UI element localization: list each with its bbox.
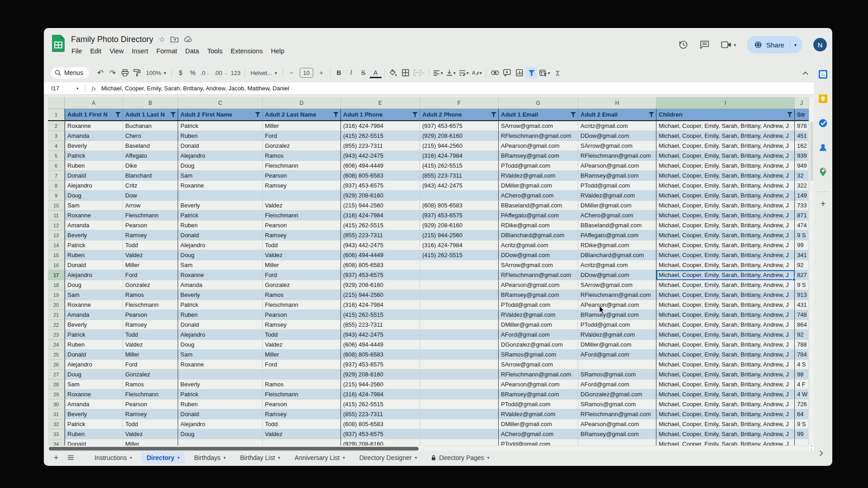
select-all-corner[interactable]	[48, 97, 65, 109]
cell-I11[interactable]: Michael, Cooper, Emily, Sarah, Brittany,…	[656, 211, 795, 221]
cell-H33[interactable]: BRamsey@gmail.com	[578, 429, 656, 439]
cell-H31[interactable]: RFleischmann@gmail.com	[578, 409, 656, 419]
cell-D32[interactable]: Todd	[263, 419, 341, 429]
cell-G7[interactable]: RValdez@gmail.com	[499, 171, 578, 181]
cell-H19[interactable]: RFleischmann@gmail.com	[578, 290, 656, 300]
functions-button[interactable]: Σ	[552, 67, 564, 79]
header-cell-A1[interactable]: Adult 1 First N	[65, 109, 123, 121]
scrollbar-buttons[interactable]: ▲▼	[809, 439, 814, 451]
cell-B12[interactable]: Pearson	[123, 221, 178, 230]
share-dropdown-icon[interactable]: ▾	[794, 42, 797, 47]
google-calendar-icon[interactable]: 31	[818, 70, 828, 79]
cell-C8[interactable]: Roxanne	[178, 181, 263, 191]
cell-G18[interactable]: APearson@gmail.com	[499, 280, 578, 290]
cell-G13[interactable]: DBlanchard@gmail.com	[499, 230, 578, 240]
row-header-7[interactable]: 7	[48, 171, 65, 181]
format-currency-button[interactable]: $	[175, 67, 186, 79]
cell-I9[interactable]: Michael, Cooper, Emily, Sarah, Brittany,…	[656, 191, 795, 201]
cell-G12[interactable]: RDike@gmail.com	[499, 221, 578, 230]
header-cell-F1[interactable]: Adult 2 Phone	[420, 109, 499, 121]
cell-C13[interactable]: Donald	[178, 230, 263, 240]
cell-I26[interactable]: Michael, Cooper, Emily, Sarah, Brittany,…	[656, 360, 795, 370]
cell-C18[interactable]: Amanda	[178, 280, 263, 290]
cell-C23[interactable]: Alejandro	[178, 330, 263, 340]
row-header-9[interactable]: 9	[48, 191, 65, 201]
cell-D15[interactable]: Valdez	[263, 250, 341, 260]
cell-H15[interactable]: DBlanchard@gmail.com	[578, 250, 656, 260]
row-header-5[interactable]: 5	[48, 151, 65, 161]
cell-I18[interactable]: Michael, Cooper, Emily, Sarah, Brittany,…	[656, 280, 795, 290]
vertical-scrollbar[interactable]	[809, 97, 814, 446]
cell-J23[interactable]: 92	[795, 330, 809, 340]
cell-H16[interactable]: Acritz@gmail.com	[578, 260, 656, 270]
cell-B23[interactable]: Todd	[123, 330, 178, 340]
cell-D23[interactable]: Todd	[263, 330, 341, 340]
cell-J11[interactable]: 871	[795, 211, 809, 221]
cell-J21[interactable]: 748	[795, 310, 809, 320]
cell-C7[interactable]: Sam	[178, 171, 263, 181]
cell-D33[interactable]: Valdez	[263, 429, 341, 439]
cell-D16[interactable]: Miller	[263, 260, 341, 270]
more-formats-button[interactable]: 123	[229, 67, 242, 79]
row-header-18[interactable]: 18	[48, 280, 65, 290]
cell-F12[interactable]: (929) 208-6160	[420, 221, 499, 230]
cell-C22[interactable]: Donald	[178, 320, 263, 330]
cell-E11[interactable]: (316) 424-7984	[341, 211, 420, 221]
cell-G21[interactable]: RValdez@gmail.com	[499, 310, 578, 320]
cell-J27[interactable]: 98	[795, 370, 809, 380]
formula-input[interactable]: Michael, Cooper, Emily, Sarah, Brittany,…	[101, 85, 289, 92]
horizontal-scrollbar-thumb[interactable]	[49, 447, 419, 450]
cell-B28[interactable]: Ramos	[123, 380, 178, 389]
cell-B19[interactable]: Ramos	[123, 290, 178, 300]
cell-A26[interactable]: Alejandro	[65, 360, 123, 370]
cell-J20[interactable]: 431	[795, 300, 809, 310]
cell-E2[interactable]: (316) 424-7984	[341, 121, 420, 131]
cell-C19[interactable]: Beverly	[178, 290, 263, 300]
cell-A30[interactable]: Amanda	[65, 399, 123, 409]
cell-F7[interactable]: (855) 223-7311	[420, 171, 499, 181]
menu-file[interactable]: File	[67, 47, 86, 57]
cell-J25[interactable]: 784	[795, 350, 809, 360]
cell-F29[interactable]	[420, 389, 499, 399]
cell-D29[interactable]: Fleischmann	[263, 389, 341, 399]
cell-H3[interactable]: DDow@gmail.com	[578, 131, 656, 141]
cell-B16[interactable]: Miller	[123, 260, 178, 270]
cell-J26[interactable]: 4 S	[795, 360, 809, 370]
cell-C9[interactable]	[178, 191, 263, 201]
undo-button[interactable]: ↶	[94, 67, 106, 79]
cell-I27[interactable]: Michael, Cooper, Emily, Sarah, Brittany,…	[656, 370, 795, 380]
cell-D4[interactable]: Gonzalez	[263, 141, 341, 151]
paint-format-button[interactable]	[131, 67, 143, 79]
cell-B13[interactable]: Ramsey	[123, 230, 178, 240]
cell-D17[interactable]: Ford	[263, 270, 341, 280]
menu-format[interactable]: Format	[152, 47, 181, 57]
menu-view[interactable]: View	[105, 47, 127, 57]
cell-C5[interactable]: Alejandro	[178, 151, 263, 161]
comments-icon[interactable]	[699, 39, 710, 50]
search-menus-button[interactable]: Menus	[50, 67, 90, 79]
cell-C29[interactable]: Patrick	[178, 389, 263, 399]
hide-toolbar-button[interactable]	[800, 68, 811, 79]
cell-G33[interactable]: AChero@gmail.com	[499, 429, 578, 439]
cell-D31[interactable]: Ramsey	[263, 409, 341, 419]
row-header-17[interactable]: 17	[48, 270, 65, 280]
cell-E21[interactable]: (415) 262-5515	[341, 310, 420, 320]
row-header-1[interactable]: 1	[48, 109, 65, 121]
cell-A8[interactable]: Alejandro	[65, 181, 123, 191]
cell-E14[interactable]: (943) 442-2475	[341, 240, 420, 250]
header-cell-E1[interactable]: Adult 1 Phone	[341, 109, 420, 121]
cell-B5[interactable]: Affegato	[123, 151, 178, 161]
tab-directory-designer[interactable]: Directory Designer▾	[354, 452, 422, 464]
cell-B17[interactable]: Ford	[123, 270, 178, 280]
cell-J22[interactable]: 864	[795, 320, 809, 330]
cell-G5[interactable]: BRamsey@gmail.com	[499, 151, 578, 161]
cell-E33[interactable]: (937) 453-6575	[341, 429, 420, 439]
cell-H14[interactable]: RDike@gmail.com	[578, 240, 656, 250]
insert-chart-button[interactable]	[514, 67, 525, 79]
vertical-scrollbar-thumb[interactable]	[810, 122, 813, 181]
cell-E10[interactable]: (215) 944-2560	[341, 201, 420, 211]
cell-J9[interactable]: 149	[795, 191, 809, 201]
cell-J14[interactable]: 99	[795, 240, 809, 250]
column-header-F[interactable]: F	[420, 97, 499, 109]
cell-I12[interactable]: Michael, Cooper, Emily, Sarah, Brittany,…	[656, 221, 795, 230]
